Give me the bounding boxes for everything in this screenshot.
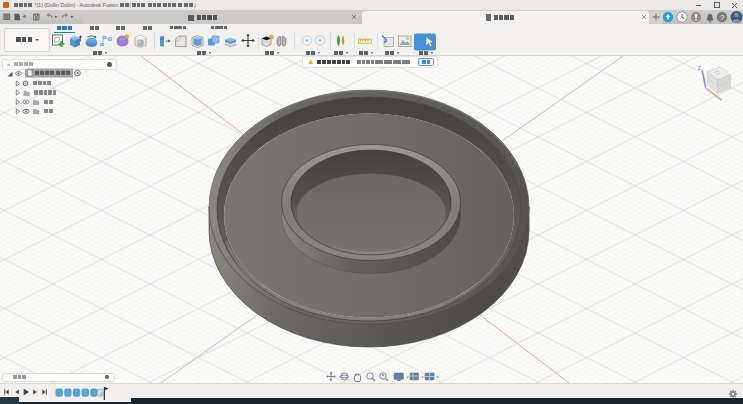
svg-text:Z: Z xyxy=(698,66,701,71)
svg-text:?: ? xyxy=(720,13,724,22)
